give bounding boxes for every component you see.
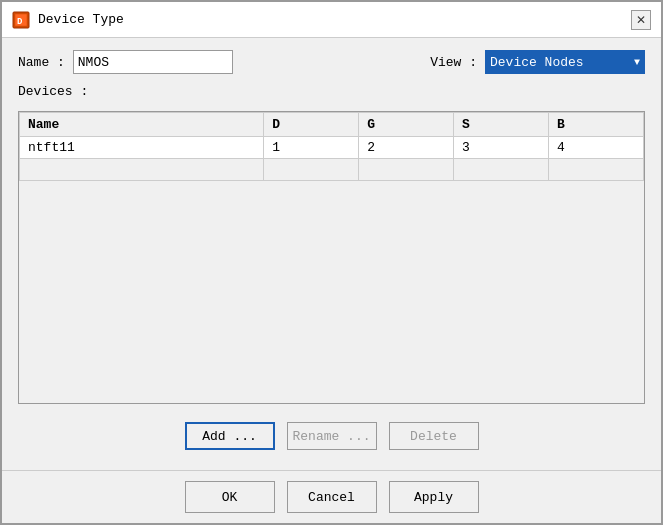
table-row-empty[interactable] — [20, 159, 644, 181]
cell-s-2 — [454, 159, 549, 181]
apply-button[interactable]: Apply — [389, 481, 479, 513]
cell-d-2 — [264, 159, 359, 181]
device-type-dialog: D Device Type ✕ Name : View : Device Nod… — [0, 0, 663, 525]
cell-g-1: 2 — [359, 137, 454, 159]
cell-d-1: 1 — [264, 137, 359, 159]
view-label: View : — [430, 55, 477, 70]
ok-button[interactable]: OK — [185, 481, 275, 513]
table-header-row: Name D G S B — [20, 113, 644, 137]
cancel-button[interactable]: Cancel — [287, 481, 377, 513]
close-button[interactable]: ✕ — [631, 10, 651, 30]
table-row[interactable]: ntft11 1 2 3 4 — [20, 137, 644, 159]
cell-name-1: ntft11 — [20, 137, 264, 159]
devices-table-container: Name D G S B ntft11 1 2 3 4 — [18, 111, 645, 404]
action-buttons-row: Add ... Rename ... Delete — [18, 414, 645, 458]
dialog-title: Device Type — [38, 12, 124, 27]
view-section: View : Device Nodes ▼ — [430, 50, 645, 74]
cell-name-2 — [20, 159, 264, 181]
rename-button[interactable]: Rename ... — [287, 422, 377, 450]
cell-b-2 — [549, 159, 644, 181]
col-g: G — [359, 113, 454, 137]
bottom-buttons-row: OK Cancel Apply — [2, 470, 661, 523]
title-bar: D Device Type ✕ — [2, 2, 661, 38]
view-dropdown[interactable]: Device Nodes ▼ — [485, 50, 645, 74]
add-button[interactable]: Add ... — [185, 422, 275, 450]
cell-b-1: 4 — [549, 137, 644, 159]
col-s: S — [454, 113, 549, 137]
chevron-down-icon: ▼ — [634, 57, 640, 68]
col-b: B — [549, 113, 644, 137]
devices-table: Name D G S B ntft11 1 2 3 4 — [19, 112, 644, 181]
title-bar-left: D Device Type — [12, 11, 124, 29]
col-d: D — [264, 113, 359, 137]
cell-s-1: 3 — [454, 137, 549, 159]
dialog-body: Name : View : Device Nodes ▼ Devices : N… — [2, 38, 661, 470]
name-input[interactable] — [73, 50, 233, 74]
name-label: Name : — [18, 55, 65, 70]
delete-button[interactable]: Delete — [389, 422, 479, 450]
top-row: Name : View : Device Nodes ▼ — [18, 50, 645, 74]
view-dropdown-text: Device Nodes — [490, 55, 584, 70]
device-type-icon: D — [12, 11, 30, 29]
cell-g-2 — [359, 159, 454, 181]
svg-text:D: D — [17, 17, 23, 27]
col-name: Name — [20, 113, 264, 137]
devices-label: Devices : — [18, 84, 645, 99]
name-row: Name : — [18, 50, 233, 74]
